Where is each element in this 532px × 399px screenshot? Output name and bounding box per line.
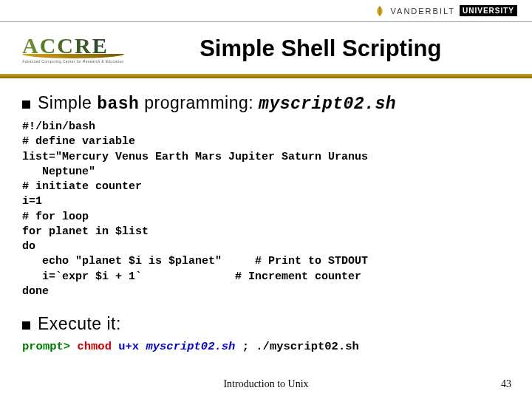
slide-title: Simple Shell Scripting <box>139 35 517 62</box>
footer-title: Introduction to Unix <box>223 378 308 390</box>
accre-subtitle: Advanced Computing Center for Research &… <box>22 60 124 64</box>
oak-leaf-icon <box>373 4 386 18</box>
code-comment: # Increment counter <box>142 270 361 283</box>
exec-line: prompt> chmod u+x myscript02.sh ; ./mysc… <box>22 340 510 353</box>
text-span: ; <box>235 340 256 353</box>
prompt-span: prompt> <box>22 340 77 353</box>
code-line: done <box>22 285 49 298</box>
text-span: programming: <box>139 93 259 112</box>
vanderbilt-brand: VANDERBILT UNIVERSITY <box>373 4 517 18</box>
code-line: i=1 <box>22 195 42 208</box>
bullet-1: Simple bash programming: myscript02.sh <box>22 93 510 114</box>
code-line: # initiate counter <box>22 180 142 193</box>
top-banner: VANDERBILT UNIVERSITY <box>0 0 532 22</box>
text-span: Simple <box>38 93 97 112</box>
vanderbilt-text: VANDERBILT <box>391 7 455 16</box>
code-line: Neptune" <box>22 166 95 178</box>
code-line: # define variable <box>22 135 135 148</box>
accre-swoosh-icon <box>22 54 124 58</box>
bullet-2: Execute it: <box>22 314 510 334</box>
content-area: Simple bash programming: myscript02.sh #… <box>0 78 532 353</box>
cmd-span: chmod <box>77 340 118 353</box>
footer: Introduction to Unix 43 <box>0 378 532 390</box>
accre-logo: ACCRE Advanced Computing Center for Rese… <box>22 35 124 64</box>
code-comment: # Print to STDOUT <box>222 255 368 267</box>
page-number: 43 <box>501 378 511 390</box>
filename-span: myscript02.sh <box>146 340 235 353</box>
filename-span: myscript02.sh <box>259 95 396 114</box>
bullet-2-text: Execute it: <box>38 314 121 334</box>
bullet-square-icon <box>22 321 30 330</box>
code-line: for planet in $list <box>22 225 149 238</box>
university-badge: UNIVERSITY <box>460 5 517 16</box>
cmd-span: ./myscript02.sh <box>256 340 359 353</box>
code-line: i=`expr $i + 1` <box>22 270 142 283</box>
header-row: ACCRE Advanced Computing Center for Rese… <box>0 22 532 75</box>
code-span: bash <box>97 95 139 114</box>
code-line: # for loop <box>22 211 89 223</box>
bullet-square-icon <box>22 100 30 109</box>
code-block: #!/bin/bash # define variable list="Merc… <box>22 120 510 299</box>
code-line: echo "planet $i is $planet" <box>22 255 222 267</box>
flags-span: u+x <box>118 340 139 353</box>
bullet-1-text: Simple bash programming: myscript02.sh <box>38 93 396 114</box>
code-line: #!/bin/bash <box>22 120 95 133</box>
code-line: list="Mercury Venus Earth Mars Jupiter S… <box>22 151 368 163</box>
code-line: do <box>22 240 35 253</box>
